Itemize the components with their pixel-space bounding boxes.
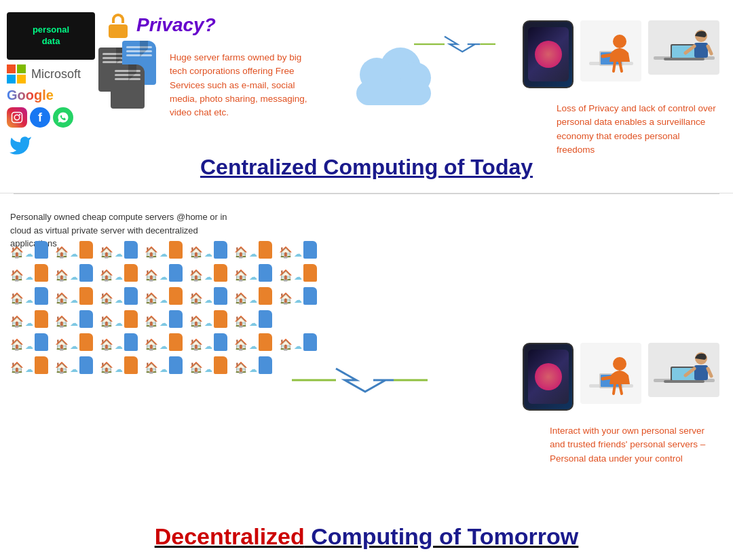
icon-unit: 🏠☁ xyxy=(234,310,272,328)
privacy-loss-text: Loss of Privacy and lack of control over… xyxy=(557,102,719,157)
server-files-illustration xyxy=(98,41,166,122)
person-at-desk-image xyxy=(580,20,641,81)
lightning-bolt-bottom xyxy=(292,363,428,390)
bottom-title-text: Decentralized Computing of Tomorrow xyxy=(155,523,579,549)
right-images-top xyxy=(523,20,719,88)
svg-point-25 xyxy=(613,357,626,371)
icon-row-3: 🏠☁ 🏠☁ 🏠☁ 🏠☁ 🏠☁ 🏠☁ 🏠☁ xyxy=(10,287,275,305)
icon-unit: 🏠☁ xyxy=(279,264,317,282)
server-description: Huge server farms owned by big tech corp… xyxy=(170,51,312,119)
icon-unit: 🏠☁ xyxy=(189,310,227,328)
top-section: personaldata Privacy? Microsoft Google xyxy=(0,0,733,193)
icon-unit: 🏠☁ xyxy=(100,287,138,305)
google-label: Google xyxy=(7,88,81,103)
icon-unit: 🏠☁ xyxy=(145,241,183,259)
icon-unit: 🏠☁ xyxy=(234,356,272,374)
icon-unit: 🏠☁ xyxy=(234,333,272,351)
icon-row-5: 🏠☁ 🏠☁ 🏠☁ 🏠☁ 🏠☁ 🏠☁ 🏠☁ xyxy=(10,333,275,351)
icon-unit: 🏠☁ xyxy=(189,333,227,351)
lock-icon xyxy=(105,12,131,38)
svg-line-26 xyxy=(603,377,611,379)
svg-rect-0 xyxy=(12,113,22,123)
microsoft-grid-icon xyxy=(7,64,26,83)
svg-rect-34 xyxy=(694,365,708,380)
instagram-icon xyxy=(7,107,27,128)
main-title-text: Centralized Computing of Today xyxy=(200,155,533,179)
person-laptop-bottom xyxy=(648,343,719,397)
icon-unit: 🏠☁ xyxy=(100,310,138,328)
icon-unit: 🏠☁ xyxy=(145,287,183,305)
tech-logos: Microsoft Google f xyxy=(7,64,81,159)
icon-row-1: 🏠☁ 🏠☁ 🏠☁ 🏠☁ 🏠☁ 🏠☁ 🏠☁ xyxy=(10,241,275,259)
icon-unit: 🏠☁ xyxy=(10,356,48,374)
icon-unit: 🏠☁ xyxy=(189,264,227,282)
person-at-desk-bottom xyxy=(580,343,641,404)
icon-unit: 🏠☁ xyxy=(100,356,138,374)
bottom-section: Personally owned cheap compute servers @… xyxy=(0,193,733,560)
icon-unit: 🏠☁ xyxy=(279,333,317,351)
icon-unit: 🏠☁ xyxy=(100,333,138,351)
icon-unit: 🏠☁ xyxy=(55,264,93,282)
phone-glow-bottom xyxy=(535,363,562,390)
icon-unit: 🏠☁ xyxy=(55,287,93,305)
icon-unit: 🏠☁ xyxy=(55,356,93,374)
icon-unit: 🏠☁ xyxy=(234,264,272,282)
server-icons-grid: 🏠☁ 🏠☁ 🏠☁ 🏠☁ 🏠☁ 🏠☁ 🏠☁ 🏠☁ 🏠☁ 🏠☁ 🏠☁ 🏠☁ 🏠☁ 🏠… xyxy=(10,241,275,377)
lightning-bolt-top xyxy=(400,34,509,54)
icon-unit: 🏠☁ xyxy=(10,264,48,282)
svg-line-9 xyxy=(603,55,611,56)
svg-rect-32 xyxy=(664,380,704,383)
cloud-shape xyxy=(346,61,441,105)
smartphone-image xyxy=(523,20,574,88)
phone-screen-bottom xyxy=(528,350,569,404)
icon-unit: 🏠☁ xyxy=(189,287,227,305)
icon-unit: 🏠☁ xyxy=(10,333,48,351)
icon-unit: 🏠☁ xyxy=(145,333,183,351)
icon-unit: 🏠☁ xyxy=(100,241,138,259)
icon-unit: 🏠☁ xyxy=(100,264,138,282)
phone-screen xyxy=(528,27,569,81)
icon-unit: 🏠☁ xyxy=(189,241,227,259)
icon-row-4: 🏠☁ 🏠☁ 🏠☁ 🏠☁ 🏠☁ 🏠☁ xyxy=(10,310,275,328)
icon-row-6: 🏠☁ 🏠☁ 🏠☁ 🏠☁ 🏠☁ 🏠☁ xyxy=(10,356,275,374)
svg-line-10 xyxy=(614,62,615,71)
person-laptop-image xyxy=(648,20,719,75)
microsoft-logo: Microsoft xyxy=(7,64,81,83)
icon-unit: 🏠☁ xyxy=(145,356,183,374)
svg-line-27 xyxy=(614,384,615,394)
computing-tomorrow-text: Computing of Tomorrow xyxy=(305,523,579,549)
facebook-icon: f xyxy=(30,107,50,128)
icon-unit: 🏠☁ xyxy=(279,241,317,259)
personal-data-box: personaldata xyxy=(7,12,95,60)
svg-line-19 xyxy=(708,46,711,54)
bottom-title-area: Decentralized Computing of Tomorrow xyxy=(0,523,733,550)
icon-unit: 🏠☁ xyxy=(234,287,272,305)
file-doc-dark-2 xyxy=(111,64,145,109)
icon-unit: 🏠☁ xyxy=(55,241,93,259)
social-icons: f xyxy=(7,107,81,128)
interact-text: Interact with your own personal server a… xyxy=(550,424,719,466)
icon-unit: 🏠☁ xyxy=(279,287,317,305)
svg-line-36 xyxy=(708,369,711,376)
icon-unit: 🏠☁ xyxy=(145,310,183,328)
cloud-illustration xyxy=(319,61,468,136)
smartphone-image-bottom xyxy=(523,343,574,411)
privacy-label: Privacy? xyxy=(136,14,216,36)
whatsapp-icon xyxy=(53,107,73,128)
svg-point-2 xyxy=(19,114,20,115)
icon-unit: 🏠☁ xyxy=(145,264,183,282)
svg-point-1 xyxy=(14,115,20,120)
icon-row-2: 🏠☁ 🏠☁ 🏠☁ 🏠☁ 🏠☁ 🏠☁ 🏠☁ xyxy=(10,264,275,282)
main-title-area: Centralized Computing of Today xyxy=(0,155,733,180)
personal-data-label: personaldata xyxy=(33,24,69,48)
svg-rect-17 xyxy=(694,43,708,58)
icon-unit: 🏠☁ xyxy=(234,241,272,259)
icon-unit: 🏠☁ xyxy=(55,310,93,328)
icon-unit: 🏠☁ xyxy=(10,287,48,305)
microsoft-label: Microsoft xyxy=(31,67,81,81)
svg-point-8 xyxy=(613,35,626,48)
right-images-bottom xyxy=(523,343,719,411)
icon-unit: 🏠☁ xyxy=(55,333,93,351)
decentralized-word: Decentralized xyxy=(155,523,305,549)
privacy-area: Privacy? xyxy=(105,12,216,38)
